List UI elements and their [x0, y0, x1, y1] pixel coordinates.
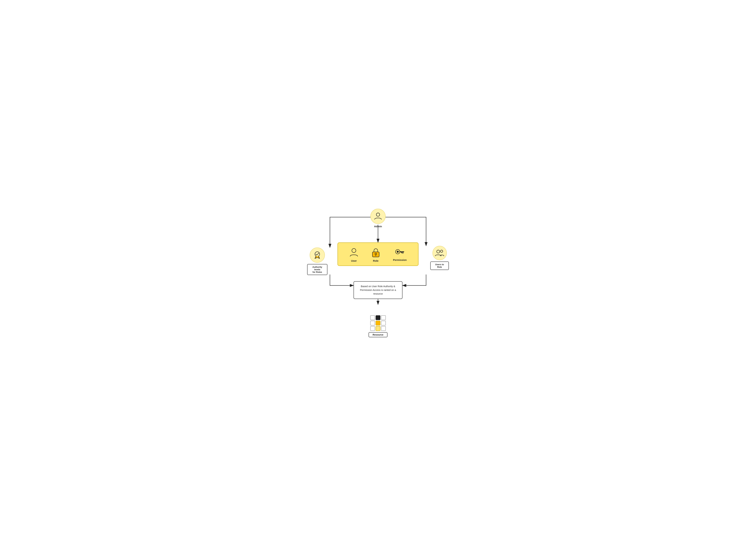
svg-rect-11	[402, 252, 403, 254]
cell-3-1	[370, 326, 375, 331]
svg-rect-5	[372, 252, 379, 257]
svg-point-16	[440, 250, 443, 252]
svg-point-3	[376, 213, 380, 216]
svg-point-9	[397, 251, 399, 253]
role-icon	[371, 248, 380, 258]
main-box-role: Role	[371, 248, 380, 262]
cell-3-2	[376, 326, 380, 331]
main-box-user: User	[349, 248, 358, 262]
authority-node: Authority levelsfor Roles	[307, 248, 327, 275]
main-box-permission: Permission	[393, 248, 407, 261]
authority-icon	[313, 250, 322, 260]
admin-label: Admin	[374, 225, 382, 228]
resource-label: Resource	[369, 332, 387, 337]
authority-circle	[310, 248, 325, 263]
svg-rect-10	[399, 251, 404, 252]
main-box: User Role Permission	[338, 242, 418, 266]
users-role-label: Users to Role	[430, 262, 449, 270]
permission-icon	[395, 248, 405, 257]
user-label: User	[351, 259, 357, 262]
role-label: Role	[373, 259, 379, 262]
cell-2-1	[370, 321, 375, 325]
permission-box-text: Based on User Role Authority & Permissio…	[358, 285, 398, 296]
users-role-icon	[435, 249, 445, 257]
admin-node: Admin	[370, 209, 386, 228]
permission-box: Based on User Role Authority & Permissio…	[354, 281, 402, 299]
cell-1-3	[381, 315, 386, 320]
admin-icon	[373, 212, 383, 221]
svg-point-4	[352, 249, 356, 253]
resource-node: Resource	[369, 315, 387, 337]
user-icon	[349, 248, 358, 258]
admin-circle	[370, 209, 386, 224]
svg-rect-12	[401, 252, 402, 253]
permission-label: Permission	[393, 258, 407, 261]
cell-3-3	[381, 326, 386, 331]
resource-grid	[370, 315, 386, 331]
users-role-node: Users to Role	[430, 246, 449, 270]
users-role-circle	[432, 246, 447, 260]
cell-1-1	[370, 315, 375, 320]
cell-2-3	[381, 321, 386, 325]
cell-2-2	[376, 321, 380, 325]
cell-1-2	[376, 315, 380, 320]
svg-point-15	[437, 250, 440, 253]
authority-label: Authority levelsfor Roles	[307, 264, 327, 275]
diagram-container: Admin User Role	[302, 209, 454, 340]
